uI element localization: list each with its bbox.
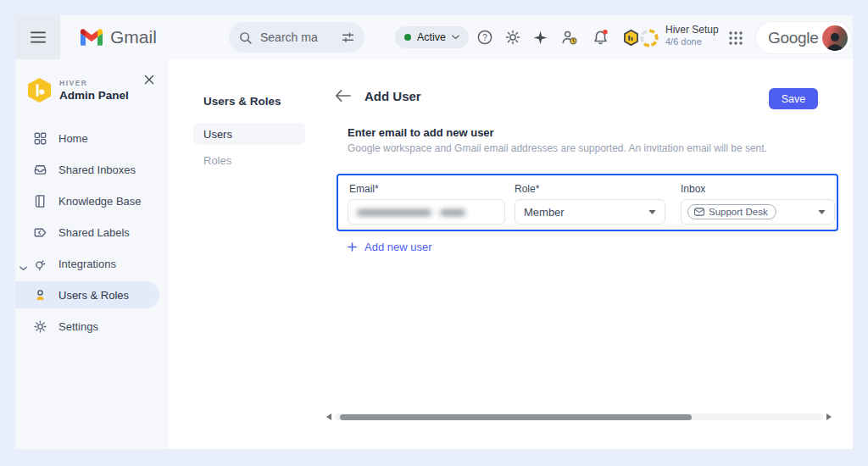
back-button[interactable] [335,87,352,104]
save-button[interactable]: Save [769,88,818,109]
search-filter-tune-icon[interactable] [341,31,355,45]
section-title: Enter email to add new user [348,126,494,139]
online-status-dot [404,34,411,41]
hiver-setup-title: Hiver Setup [665,24,719,36]
sidebar-item-home[interactable]: Home [15,125,159,152]
inbox-chip-label: Support Desk [709,207,768,217]
scroll-right-arrow[interactable] [826,413,832,420]
sidebar-item-label: Shared Labels [58,226,130,239]
subnav-item-roles[interactable]: Roles [203,154,231,167]
label-tag-icon [32,225,47,240]
gear-icon [32,319,47,334]
search-icon [238,31,253,45]
close-icon [144,75,154,85]
notification-badge-dot [603,30,607,34]
sidebar-item-label: Integrations [58,258,116,270]
close-panel-button[interactable] [144,73,156,85]
gmail-logo[interactable]: Gmail [81,15,157,59]
brand-text: HIVER Admin Panel [59,79,129,102]
bell-icon [592,29,609,47]
gemini-button[interactable] [530,27,550,47]
google-account-pill[interactable]: Google [756,22,851,53]
hiver-setup-status[interactable]: Hiver Setup 4/6 done [665,24,719,48]
add-new-user-label: Add new user [364,241,432,253]
users-roles-subnav: Users & Roles Users Roles [168,59,326,449]
hiver-setup-progress: 4/6 done [665,36,719,48]
scrollbar-thumb[interactable] [340,414,692,420]
hiver-hexagon-icon [622,29,640,47]
hamburger-icon [31,31,46,43]
status-label: Active [417,31,446,43]
settings-button[interactable] [503,27,523,47]
avatar[interactable] [822,25,848,51]
email-value-redacted [357,209,431,216]
hamburger-menu-button[interactable] [15,15,60,59]
sidebar-item-users-roles[interactable]: Users & Roles [15,281,159,308]
help-button[interactable]: ? [475,27,495,47]
email-field[interactable] [348,199,505,225]
add-user-form: Email* Role* Inbox Member Support Desk [337,174,838,231]
app-window: Gmail Search ma Active ? [15,15,853,449]
subnav-title: Users & Roles [203,95,281,108]
chevron-down-icon [818,210,826,214]
sidebar-nav: Home Shared Inboxes Knowledge Base Share… [15,125,168,340]
integrations-plug-icon [32,256,47,271]
email-value-redacted [440,209,465,216]
sidebar-item-shared-inboxes[interactable]: Shared Inboxes [15,156,159,183]
sidebar-item-label: Shared Inboxes [58,164,136,176]
sidebar-item-label: Knowledge Base [58,195,142,208]
user-availability-button[interactable] [559,27,580,47]
role-value: Member [524,206,565,219]
hiver-logo-icon [28,78,51,103]
back-arrow-icon [335,89,351,103]
plus-icon [348,242,357,252]
inbox-icon [32,162,47,177]
role-select[interactable]: Member [515,199,665,225]
inbox-label: Inbox [681,183,705,195]
envelope-icon [694,208,704,216]
notifications-button[interactable] [590,27,610,47]
email-label: Email* [349,183,379,195]
book-icon [32,193,47,208]
brand-eyebrow: HIVER [59,79,129,87]
hiver-extension-button[interactable] [620,27,641,47]
google-wordmark: Google [768,29,818,47]
scroll-left-arrow[interactable] [326,413,331,420]
inbox-select[interactable]: Support Desk [681,199,835,225]
add-new-user-link[interactable]: Add new user [348,241,432,253]
home-grid-icon [32,130,47,146]
sidebar-item-knowledge-base[interactable]: Knowledge Base [15,187,159,214]
availability-status-dropdown[interactable]: Active [395,26,469,48]
sidebar-item-integrations[interactable]: Integrations [15,250,159,277]
hiver-brand: HIVER Admin Panel [28,78,168,103]
chevron-down-icon[interactable] [19,261,27,274]
gmail-wordmark: Gmail [110,27,157,47]
page-header: Add User [335,87,421,104]
scrollbar-track[interactable] [335,413,823,420]
role-label: Role* [515,183,539,195]
sidebar-item-label: Settings [58,320,98,333]
gmail-m-icon [81,29,103,46]
gmail-topbar: Gmail Search ma Active ? [15,15,853,59]
person-clock-icon [560,29,579,46]
svg-text:?: ? [482,33,487,42]
search-input[interactable]: Search ma [260,31,333,44]
search-bar[interactable]: Search ma [229,22,364,53]
setup-progress-ring [639,28,659,48]
add-user-panel: Add User Save Enter email to add new use… [326,59,853,449]
gear-icon [504,29,521,46]
page-title: Add User [364,89,421,103]
google-apps-button[interactable] [726,28,746,48]
help-icon: ? [476,29,493,46]
apps-grid-icon [728,31,743,46]
brand-title: Admin Panel [59,89,129,102]
sidebar-item-shared-labels[interactable]: Shared Labels [15,219,159,246]
sidebar-item-label: Home [58,132,88,145]
subnav-item-users[interactable]: Users [193,123,305,145]
sidebar-item-settings[interactable]: Settings [15,313,159,340]
sidebar-item-label: Users & Roles [58,289,129,302]
inbox-chip[interactable]: Support Desk [687,204,776,219]
sparkle-icon [532,30,548,46]
horizontal-scrollbar[interactable] [326,411,832,423]
chevron-down-icon [452,35,459,40]
